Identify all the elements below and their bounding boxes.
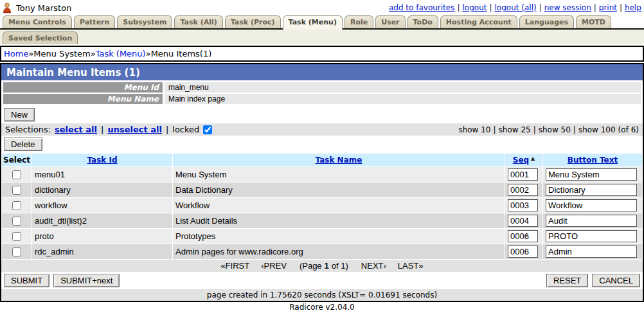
- row-select-checkbox[interactable]: [12, 170, 21, 179]
- button-text-input[interactable]: [546, 168, 637, 181]
- selections-label: Selections:: [5, 125, 51, 134]
- button-text-input[interactable]: [546, 199, 637, 211]
- reset-button[interactable]: RESET: [546, 274, 588, 287]
- tab-user[interactable]: User: [375, 15, 405, 28]
- field-label: Menu Id: [3, 82, 163, 93]
- breadcrumb-separator: »: [146, 49, 151, 58]
- pagination-page-pre: (Page: [300, 261, 322, 271]
- breadcrumb-separator: »: [28, 49, 33, 58]
- button-text-input[interactable]: [546, 184, 637, 196]
- seq-input[interactable]: [508, 230, 538, 242]
- table-row: workflow Workflow: [2, 198, 642, 213]
- show-10-option[interactable]: show 10: [458, 125, 490, 134]
- table-row: rdc_admin Admin pages for www.radicore.o…: [2, 244, 642, 259]
- tab-subsystem[interactable]: Subsystem: [117, 15, 172, 28]
- tab-saved-selection[interactable]: Saved Selection: [3, 31, 78, 44]
- column-seq[interactable]: Seq: [513, 156, 529, 165]
- unselect-all-link[interactable]: unselect all: [107, 125, 161, 134]
- locked-label: locked: [172, 125, 199, 134]
- tab-role[interactable]: Role: [344, 15, 373, 28]
- tab-task-menu[interactable]: Task (Menu): [283, 15, 343, 30]
- task-name-cell: Admin pages for www.radicore.org: [173, 244, 505, 259]
- new-session-link[interactable]: new session: [544, 3, 591, 12]
- timing-footer: page created in 1.75620 seconds (XSLT= 0…: [1, 289, 643, 301]
- show-100-option[interactable]: show 100: [578, 125, 616, 134]
- tab-motd[interactable]: MOTD: [576, 15, 611, 28]
- selections-controls: Selections: select all | unselect all | …: [5, 125, 212, 134]
- add-to-favourites-link[interactable]: add to favourites: [389, 3, 455, 12]
- show-separator: |: [573, 125, 576, 134]
- column-task-id[interactable]: Task Id: [87, 156, 117, 165]
- version-label: Radicore v2.04.0: [0, 302, 644, 312]
- button-text-input[interactable]: [546, 230, 637, 242]
- task-id-cell: rdc_admin: [32, 244, 172, 259]
- task-id-cell: workflow: [32, 198, 172, 213]
- main-panel: Maintain Menu Items (1) Menu Idmain_menu…: [0, 63, 644, 302]
- page-title: Maintain Menu Items (1): [1, 64, 643, 80]
- row-select-checkbox[interactable]: [12, 232, 21, 241]
- field-row-menu-id: Menu Idmain_menu: [3, 82, 641, 93]
- field-label: Menu Name: [3, 94, 163, 104]
- tab-todo[interactable]: ToDo: [407, 15, 438, 28]
- table-row: audit_dtl(list)2 List Audit Details: [2, 213, 642, 228]
- pagination-first[interactable]: «FIRST: [220, 261, 249, 271]
- tab-languages[interactable]: Languages: [519, 15, 574, 28]
- pagination-next[interactable]: NEXT›: [361, 261, 386, 271]
- new-button[interactable]: New: [4, 108, 35, 121]
- breadcrumb-task-menu[interactable]: Task (Menu): [96, 49, 146, 58]
- row-select-checkbox[interactable]: [12, 201, 21, 210]
- row-select-checkbox[interactable]: [12, 217, 21, 226]
- seq-input[interactable]: [508, 199, 538, 211]
- cancel-button[interactable]: CANCEL: [592, 274, 640, 287]
- seq-input[interactable]: [508, 168, 538, 181]
- pagination-last[interactable]: LAST»: [398, 261, 424, 271]
- show-25-option[interactable]: show 25: [499, 125, 531, 134]
- link-separator: |: [489, 3, 492, 12]
- show-separator: |: [494, 125, 496, 134]
- row-select-checkbox[interactable]: [12, 247, 21, 256]
- locked-checkbox[interactable]: [203, 125, 212, 134]
- seq-input[interactable]: [508, 246, 538, 258]
- task-id-cell: audit_dtl(list)2: [32, 213, 172, 228]
- breadcrumb-menu-items-1: Menu Items(1): [151, 49, 212, 58]
- seq-input[interactable]: [508, 215, 538, 227]
- task-name-cell: List Audit Details: [173, 213, 505, 228]
- delete-button[interactable]: Delete: [4, 138, 42, 151]
- pagination-prev[interactable]: ‹PREV: [261, 261, 287, 271]
- field-row-menu-name: Menu NameMain index page: [3, 94, 641, 104]
- tab-hosting-account[interactable]: Hosting Account: [440, 15, 517, 28]
- selections-separator: |: [101, 125, 103, 134]
- link-separator: |: [594, 3, 596, 12]
- field-value: Main index page: [165, 94, 641, 104]
- top-bar: Tony Marston add to favourites|logout|lo…: [0, 0, 644, 15]
- tab-task-proc[interactable]: Task (Proc): [225, 15, 281, 28]
- column-button-text[interactable]: Button Text: [568, 156, 618, 165]
- row-select-checkbox[interactable]: [12, 186, 21, 195]
- tab-menu-controls[interactable]: Menu Controls: [3, 15, 72, 28]
- tab-task-all[interactable]: Task (All): [174, 15, 222, 28]
- user-icon: [1, 2, 13, 13]
- logout-all-link[interactable]: logout (all): [495, 3, 537, 12]
- table-row: dictionary Data Dictionary: [2, 183, 642, 197]
- button-text-input[interactable]: [546, 215, 637, 227]
- column-select: Select: [3, 156, 30, 165]
- column-task-name[interactable]: Task Name: [316, 156, 362, 165]
- logout-link[interactable]: logout: [463, 3, 487, 12]
- link-separator: |: [539, 3, 542, 12]
- user-name: Tony Marston: [16, 3, 71, 13]
- tab-strip: Menu ControlsPatternSubsystemTask (All)T…: [0, 15, 644, 30]
- show-50-option[interactable]: show 50: [539, 125, 571, 134]
- link-separator: |: [620, 3, 622, 12]
- seq-input[interactable]: [508, 184, 538, 196]
- breadcrumb-separator: »: [91, 49, 96, 58]
- tab-pattern[interactable]: Pattern: [74, 15, 115, 28]
- button-text-input[interactable]: [546, 246, 637, 258]
- help-link[interactable]: help: [625, 3, 641, 12]
- pagination-page-post: of 1): [332, 261, 348, 271]
- print-link[interactable]: print: [599, 3, 617, 12]
- submit-next-button[interactable]: SUBMIT+next: [53, 274, 120, 287]
- breadcrumb-home[interactable]: Home: [4, 49, 28, 58]
- select-all-link[interactable]: select all: [55, 125, 97, 134]
- submit-button[interactable]: SUBMIT: [4, 274, 49, 287]
- action-buttons-right: RESET CANCEL: [546, 274, 640, 287]
